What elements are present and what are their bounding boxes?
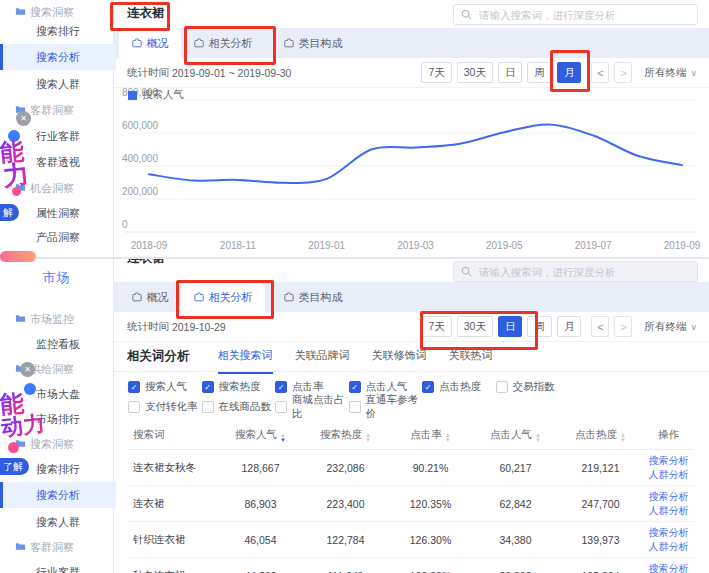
period-month-button[interactable]: 月 xyxy=(557,316,582,337)
sidebar-item-supply-insight[interactable]: 供给洞察 xyxy=(0,357,113,381)
sidebar-item-opportunity-insight[interactable]: 机会洞察 xyxy=(0,176,113,200)
word-tab-brand[interactable]: 关联品牌词 xyxy=(295,348,350,372)
filter-search-popularity[interactable]: ✓搜索人气 xyxy=(128,377,202,397)
terminal-dropdown[interactable]: 所有终端∨ xyxy=(644,320,697,334)
word-tab-related-search[interactable]: 相关搜索词 xyxy=(218,348,273,374)
prev-arrow-button[interactable]: < xyxy=(591,316,609,337)
sidebar-item-search-analysis[interactable]: 搜索分析 xyxy=(0,482,116,508)
svg-text:2019-05: 2019-05 xyxy=(486,240,523,251)
word-tab-hot[interactable]: 关联热词 xyxy=(449,348,493,372)
sidebar-item-market-monitor[interactable]: 市场监控 xyxy=(0,307,113,331)
sidebar-item-search-analysis[interactable]: 搜索分析 xyxy=(0,44,116,70)
sidebar-header-market[interactable]: 市场 xyxy=(0,269,113,287)
folder-icon xyxy=(15,182,26,193)
tab-related-analysis[interactable]: 相关分析 xyxy=(181,28,265,58)
search-input-bottom[interactable] xyxy=(477,265,697,279)
sort-icon[interactable]: ▲▼ xyxy=(445,433,451,443)
period-30d-button[interactable]: 30天 xyxy=(457,62,493,83)
tab-category-composition[interactable]: 类目构成 xyxy=(265,282,361,312)
filter-search-heat[interactable]: ✓搜索热度 xyxy=(202,377,276,397)
sort-icon[interactable]: ▲▼ xyxy=(365,433,371,443)
sidebar-item-customer-insight[interactable]: 客群洞察 xyxy=(0,535,113,559)
search-box-bottom[interactable] xyxy=(453,261,698,282)
clipboard-icon xyxy=(194,292,204,302)
clipboard-icon xyxy=(284,292,294,302)
filter-trade-index[interactable]: 交易指数 xyxy=(496,377,570,397)
prev-arrow-button[interactable]: < xyxy=(591,62,609,83)
search-icon xyxy=(461,9,472,20)
main-top: 连衣裙 概况 相关分析 类目构成 统计时间 2019-09-01 ~ 2019-… xyxy=(113,0,709,257)
search-analysis-link[interactable]: 搜索分析 xyxy=(644,562,693,573)
stat-time-value: 2019-09-01 ~ 2019-09-30 xyxy=(172,67,291,79)
checkbox-icon xyxy=(349,401,361,413)
period-month-button[interactable]: 月 xyxy=(557,62,582,83)
sidebar-item-industry-customer[interactable]: 行业客群 xyxy=(0,124,113,148)
sidebar-item-search-insight[interactable]: 搜索洞察 xyxy=(0,432,113,456)
folder-icon xyxy=(15,541,26,552)
filter-online-products[interactable]: 在线商品数 xyxy=(202,397,276,417)
folder-icon xyxy=(15,6,26,17)
col-search-word: 搜索词 xyxy=(128,421,218,450)
folder-icon xyxy=(15,363,26,374)
sort-icon[interactable]: ▲▼ xyxy=(280,433,286,443)
folder-icon xyxy=(15,313,26,324)
period-7d-button[interactable]: 7天 xyxy=(421,62,451,83)
crowd-analysis-link[interactable]: 人群分析 xyxy=(644,504,693,518)
sidebar-item-industry-customer[interactable]: 行业客群 xyxy=(0,560,113,573)
sidebar-item-market-rank[interactable]: 市场排行 xyxy=(0,407,113,431)
period-day-button[interactable]: 日 xyxy=(498,62,523,83)
search-analysis-link[interactable]: 搜索分析 xyxy=(644,490,693,504)
checkbox-icon xyxy=(202,401,214,413)
terminal-dropdown[interactable]: 所有终端∨ xyxy=(644,66,697,80)
sidebar-item-search-crowd[interactable]: 搜索人群 xyxy=(0,72,113,96)
chevron-down-icon: ∨ xyxy=(690,322,697,332)
word-tab-modifier[interactable]: 关联修饰词 xyxy=(372,348,427,372)
next-arrow-button[interactable]: > xyxy=(614,62,632,83)
clipboard-icon xyxy=(132,38,142,48)
col-click-heat[interactable]: 点击热度▲▼ xyxy=(558,421,643,450)
toolbar-top: 统计时间 2019-09-01 ~ 2019-09-30 7天 30天 日 周 … xyxy=(113,58,709,88)
tab-category-composition[interactable]: 类目构成 xyxy=(265,28,361,58)
crowd-analysis-link[interactable]: 人群分析 xyxy=(644,468,693,482)
col-search-popularity[interactable]: 搜索人气▲▼ xyxy=(218,421,303,450)
tab-overview[interactable]: 概况 xyxy=(119,282,181,312)
stat-time-label: 统计时间 xyxy=(127,66,169,80)
checkbox-icon xyxy=(496,381,508,393)
search-analysis-link[interactable]: 搜索分析 xyxy=(644,454,693,468)
svg-text:2018-11: 2018-11 xyxy=(220,240,256,251)
search-box-top[interactable] xyxy=(453,4,698,25)
sidebar-bottom: 市场 市场监控 监控看板 供给洞察 市场大盘 市场排行 搜索洞察 搜索排行 搜索… xyxy=(0,259,114,573)
sidebar-item-customer-perspective[interactable]: 客群透视 xyxy=(0,150,113,174)
clipboard-icon xyxy=(132,292,142,302)
period-30d-button[interactable]: 30天 xyxy=(457,316,493,337)
crowd-analysis-link[interactable]: 人群分析 xyxy=(644,540,693,554)
period-week-button[interactable]: 周 xyxy=(527,62,552,83)
tab-overview[interactable]: 概况 xyxy=(119,28,181,58)
search-input-top[interactable] xyxy=(477,8,697,22)
sidebar-item-search-rank[interactable]: 搜索排行 xyxy=(0,19,113,43)
sidebar-item-product-insight[interactable]: 产品洞察 xyxy=(0,225,113,249)
col-click-rate[interactable]: 点击率▲▼ xyxy=(388,421,473,450)
tabbar-top: 概况 相关分析 类目构成 xyxy=(113,28,709,58)
filter-pay-conversion[interactable]: 支付转化率 xyxy=(128,397,202,417)
sort-icon[interactable]: ▲▼ xyxy=(535,433,541,443)
next-arrow-button[interactable]: > xyxy=(614,316,632,337)
sidebar-item-search-crowd[interactable]: 搜索人群 xyxy=(0,510,113,534)
sidebar-item-customer-insight[interactable]: 客群洞察 xyxy=(0,98,113,122)
period-day-button[interactable]: 日 xyxy=(498,316,523,337)
filter-ztc-ref-price[interactable]: 直通车参考价 xyxy=(349,397,423,417)
search-analysis-link[interactable]: 搜索分析 xyxy=(644,526,693,540)
col-search-heat[interactable]: 搜索热度▲▼ xyxy=(303,421,388,450)
period-7d-button[interactable]: 7天 xyxy=(421,316,451,337)
search-icon xyxy=(461,266,472,277)
period-week-button[interactable]: 周 xyxy=(527,316,552,337)
col-click-popularity[interactable]: 点击人气▲▼ xyxy=(473,421,558,450)
filter-mall-click-share[interactable]: 商城点击占比 xyxy=(275,397,349,417)
sidebar-item-search-rank[interactable]: 搜索排行 xyxy=(0,457,113,481)
sort-icon[interactable]: ▲▼ xyxy=(620,433,626,443)
sidebar-item-market-overview[interactable]: 市场大盘 xyxy=(0,382,113,406)
filter-click-heat[interactable]: ✓点击热度 xyxy=(422,377,496,397)
tab-related-analysis[interactable]: 相关分析 xyxy=(181,282,265,312)
sidebar-item-attribute-insight[interactable]: 属性洞察 xyxy=(0,201,113,225)
sidebar-item-monitor-board[interactable]: 监控看板 xyxy=(0,332,113,356)
